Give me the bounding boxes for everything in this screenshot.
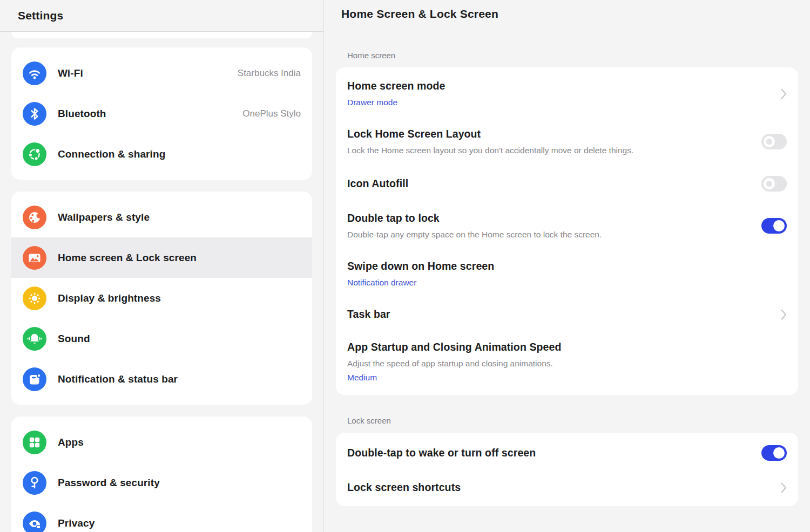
section-label: Home screen xyxy=(347,51,810,60)
sidebar-item-label: Sound xyxy=(58,333,90,345)
sidebar-item-display-brightness[interactable]: Display & brightness xyxy=(11,278,312,318)
settings-app: Settings Wi-FiStarbucks IndiaBluetoothOn… xyxy=(0,0,810,532)
setting-row-main: Lock Home Screen LayoutLock the Home scr… xyxy=(347,128,753,155)
bell-icon xyxy=(23,327,46,351)
setting-row-main: Swipe down on Home screenNotification dr… xyxy=(347,260,787,288)
setting-row-task-bar[interactable]: Task bar xyxy=(336,298,798,331)
sun-icon xyxy=(23,287,46,310)
scrolled-card-remnant xyxy=(11,32,312,38)
settings-card: Home screen modeDrawer modeLock Home Scr… xyxy=(336,67,798,395)
setting-row-app-startup-closing-animation-speed[interactable]: App Startup and Closing Animation SpeedA… xyxy=(336,331,798,393)
sidebar-item-label: Wallpapers & style xyxy=(58,212,150,223)
connection-sharing-icon xyxy=(23,142,46,166)
setting-title: Lock Home Screen Layout xyxy=(347,128,753,140)
sidebar-card: Wallpapers & styleHome screen & Lock scr… xyxy=(11,192,312,405)
sidebar-item-wifi[interactable]: Wi-FiStarbucks India xyxy=(11,53,312,93)
setting-control xyxy=(753,218,787,234)
toggle-icon-autofill[interactable] xyxy=(761,176,787,192)
setting-row-main: Icon Autofill xyxy=(347,178,753,190)
key-icon xyxy=(23,471,46,495)
sidebar-item-value: Starbucks India xyxy=(231,68,301,79)
sidebar-item-label: Notification & status bar xyxy=(58,373,178,385)
toggle-knob xyxy=(773,220,785,231)
chevron-right-icon xyxy=(772,482,787,493)
setting-row-double-tap-wake-or-turn-off[interactable]: Double-tap to wake or turn off screen xyxy=(336,435,798,471)
sidebar-card: Wi-FiStarbucks IndiaBluetoothOnePlus Sty… xyxy=(11,47,312,180)
setting-title: Double-tap to wake or turn off screen xyxy=(347,447,753,459)
sidebar-item-value: OnePlus Stylo xyxy=(236,108,301,119)
sidebar-item-label: Bluetooth xyxy=(58,108,106,120)
setting-control xyxy=(753,134,787,149)
toggle-lock-home-screen-layout[interactable] xyxy=(761,134,787,149)
setting-row-home-screen-mode[interactable]: Home screen modeDrawer mode xyxy=(336,70,798,118)
sidebar-item-home-screen-lock-screen[interactable]: Home screen & Lock screen xyxy=(11,237,312,278)
setting-value-link[interactable]: Drawer mode xyxy=(347,97,772,107)
setting-row-main: Double-tap to wake or turn off screen xyxy=(347,447,753,459)
setting-control xyxy=(753,445,787,461)
setting-title: Lock screen shortcuts xyxy=(347,481,772,494)
setting-title: Swipe down on Home screen xyxy=(347,260,787,272)
sidebar-item-notification-status-bar[interactable]: Notification & status bar xyxy=(11,359,312,399)
setting-row-main: Home screen modeDrawer mode xyxy=(347,80,772,107)
setting-row-main: App Startup and Closing Animation SpeedA… xyxy=(347,341,787,383)
setting-control xyxy=(753,176,787,192)
notification-icon xyxy=(23,367,46,391)
sidebar-item-connection-sharing[interactable]: Connection & sharing xyxy=(11,134,312,174)
setting-title: Home screen mode xyxy=(347,80,772,92)
detail-pane: Home Screen & Lock Screen Home screenHom… xyxy=(324,0,810,532)
palette-icon xyxy=(23,206,46,229)
setting-title: Double tap to lock xyxy=(347,212,753,224)
setting-value-link[interactable]: Medium xyxy=(347,372,787,383)
sidebar-item-label: Privacy xyxy=(58,517,94,529)
setting-row-icon-autofill[interactable]: Icon Autofill xyxy=(336,166,798,202)
setting-row-main: Lock screen shortcuts xyxy=(347,481,772,494)
sidebar-item-bluetooth[interactable]: BluetoothOnePlus Stylo xyxy=(11,93,312,134)
page-title: Home Screen & Lock Screen xyxy=(341,8,810,21)
toggle-double-tap-to-lock[interactable] xyxy=(761,218,787,234)
setting-title: Task bar xyxy=(347,308,772,320)
sidebar-item-wallpapers-style[interactable]: Wallpapers & style xyxy=(11,197,312,237)
toggle-knob xyxy=(773,447,785,459)
chevron-right-icon xyxy=(772,88,787,99)
setting-row-main: Double tap to lockDouble-tap any empty s… xyxy=(347,212,753,240)
bluetooth-icon xyxy=(23,102,46,126)
sidebar-item-label: Display & brightness xyxy=(58,292,161,304)
sidebar-groups: Wi-FiStarbucks IndiaBluetoothOnePlus Sty… xyxy=(0,47,323,532)
sidebar-header: Settings xyxy=(0,0,323,32)
sidebar-item-password-security[interactable]: Password & security xyxy=(11,462,312,503)
toggle-knob xyxy=(764,136,775,147)
section-label: Lock screen xyxy=(347,416,810,426)
sidebar-item-label: Password & security xyxy=(58,477,160,489)
sidebar-card: AppsPassword & securityPrivacy xyxy=(11,417,312,532)
setting-row-double-tap-to-lock[interactable]: Double tap to lockDouble-tap any empty s… xyxy=(336,202,798,250)
setting-value-link[interactable]: Notification drawer xyxy=(347,277,787,288)
setting-title: App Startup and Closing Animation Speed xyxy=(347,341,787,353)
sidebar: Settings Wi-FiStarbucks IndiaBluetoothOn… xyxy=(0,0,324,532)
sidebar-item-label: Home screen & Lock screen xyxy=(58,252,197,264)
privacy-eye-icon xyxy=(23,511,46,532)
setting-row-lock-home-screen-layout[interactable]: Lock Home Screen LayoutLock the Home scr… xyxy=(336,118,798,166)
sidebar-item-privacy[interactable]: Privacy xyxy=(11,503,312,532)
toggle-knob xyxy=(764,178,775,189)
sidebar-item-apps[interactable]: Apps xyxy=(11,422,312,462)
setting-row-lock-screen-shortcuts[interactable]: Lock screen shortcuts xyxy=(336,471,798,504)
wifi-icon xyxy=(23,62,46,85)
toggle-double-tap-wake-or-turn-off[interactable] xyxy=(761,445,787,461)
chevron-right-icon xyxy=(772,309,787,320)
sidebar-item-label: Apps xyxy=(58,436,84,448)
image-icon xyxy=(23,246,46,270)
settings-title: Settings xyxy=(18,9,63,22)
sidebar-item-label: Connection & sharing xyxy=(58,148,165,160)
setting-row-swipe-down-on-home-screen[interactable]: Swipe down on Home screenNotification dr… xyxy=(336,250,798,298)
setting-description: Lock the Home screen layout so you don't… xyxy=(347,145,753,155)
setting-row-main: Task bar xyxy=(347,308,772,320)
sidebar-item-sound[interactable]: Sound xyxy=(11,318,312,359)
setting-title: Icon Autofill xyxy=(347,178,753,190)
setting-description: Adjust the speed of app startup and clos… xyxy=(347,358,787,369)
sidebar-item-label: Wi-Fi xyxy=(58,67,83,79)
apps-grid-icon xyxy=(23,431,46,454)
setting-description: Double-tap any empty space on the Home s… xyxy=(347,229,753,240)
detail-sections: Home screenHome screen modeDrawer modeLo… xyxy=(324,51,810,506)
settings-card: Double-tap to wake or turn off screenLoc… xyxy=(336,433,798,506)
